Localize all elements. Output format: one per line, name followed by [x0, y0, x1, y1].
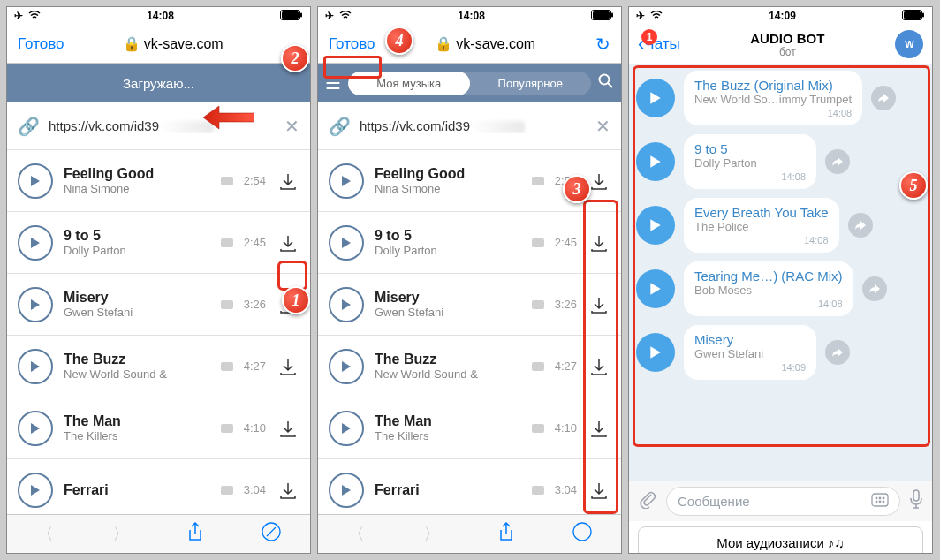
done-button[interactable]: Готово: [329, 35, 375, 53]
play-button[interactable]: [18, 411, 53, 446]
attach-icon[interactable]: [638, 489, 657, 513]
download-button[interactable]: [588, 355, 610, 378]
share-icon[interactable]: [187, 522, 203, 546]
forward-icon[interactable]: [825, 149, 850, 174]
play-button[interactable]: [329, 287, 364, 322]
download-button[interactable]: [588, 479, 610, 502]
my-audio-button[interactable]: Мои аудиозаписи ♪♫: [638, 526, 923, 554]
track-duration: 4:27: [555, 359, 577, 373]
wifi-icon: [28, 10, 41, 22]
track-row: 9 to 5Dolly Parton 2:45: [7, 212, 310, 274]
play-button[interactable]: [329, 225, 364, 261]
svg-rect-11: [922, 12, 924, 17]
chat-message[interactable]: Every Breath You Take The Police 14:08: [636, 198, 925, 253]
forward-icon[interactable]: [848, 213, 873, 238]
msg-play-button[interactable]: [636, 269, 675, 308]
url-display[interactable]: 🔒 vk-save.com: [123, 35, 224, 52]
msg-play-button[interactable]: [636, 79, 675, 117]
download-button[interactable]: [588, 231, 610, 254]
vk-avatar[interactable]: W: [895, 30, 923, 58]
url-display[interactable]: 🔒 vk-save.com: [435, 35, 535, 52]
track-artist: Gwen Stefani: [64, 306, 210, 319]
download-button[interactable]: [588, 293, 610, 316]
forward-icon[interactable]: [862, 276, 887, 301]
tab-mymusic[interactable]: Моя музыка: [348, 72, 470, 95]
track-row: MiseryGwen Stefani 3:26: [318, 274, 621, 336]
track-title: Misery: [375, 290, 521, 306]
download-button[interactable]: [277, 231, 299, 254]
svg-point-16: [876, 501, 877, 503]
msg-play-button[interactable]: [636, 142, 675, 181]
done-button[interactable]: Готово: [18, 35, 64, 53]
play-button[interactable]: [18, 225, 53, 261]
domain-text: vk-save.com: [144, 36, 224, 52]
track-duration: 4:10: [244, 421, 266, 435]
msg-play-button[interactable]: [636, 333, 675, 372]
play-button[interactable]: [329, 473, 364, 508]
play-button[interactable]: [18, 349, 53, 384]
play-button[interactable]: [329, 349, 364, 384]
mic-icon[interactable]: [909, 489, 923, 513]
refresh-icon[interactable]: ↻: [595, 34, 610, 55]
download-button[interactable]: [277, 170, 299, 193]
forward-icon[interactable]: [871, 86, 896, 110]
track-title: The Man: [64, 413, 210, 429]
play-button[interactable]: [329, 411, 364, 446]
track-duration: 4:10: [555, 421, 577, 435]
play-button[interactable]: [18, 287, 53, 322]
track-list-2: Feeling GoodNina Simone 2:54 9 to 5Dolly…: [318, 150, 621, 521]
tab-popular[interactable]: Популярное: [470, 72, 592, 95]
chat-message[interactable]: The Buzz (Original Mix) New World So…imm…: [636, 71, 925, 125]
status-bar: ✈ 14:09: [629, 7, 932, 25]
status-time: 14:09: [769, 10, 796, 22]
clear-icon[interactable]: ✕: [595, 116, 610, 137]
download-button[interactable]: [277, 355, 299, 378]
msg-play-button[interactable]: [636, 206, 675, 245]
msg-bubble: The Buzz (Original Mix) New World So…imm…: [684, 71, 862, 125]
forward-icon[interactable]: 〉: [112, 522, 130, 546]
url-text[interactable]: https://vk.com/id39: [360, 118, 587, 133]
hq-badge: [221, 362, 233, 371]
back-icon[interactable]: 〈: [36, 522, 54, 546]
battery-icon: [902, 10, 925, 23]
safari-icon[interactable]: [572, 522, 592, 546]
track-title: The Buzz: [375, 352, 521, 367]
chat-subtitle: бот: [680, 46, 895, 58]
track-artist: The Killers: [375, 429, 521, 443]
download-button[interactable]: [588, 417, 610, 440]
msg-artist: The Police: [694, 220, 829, 233]
hq-badge: [221, 300, 233, 309]
play-button[interactable]: [329, 163, 364, 199]
forward-icon[interactable]: 〉: [423, 522, 441, 546]
badge: 1: [641, 29, 657, 45]
menu-icon[interactable]: ☰: [325, 72, 341, 94]
chat-message[interactable]: Tearing Me…) (RAC Mix) Bob Moses 14:08: [636, 261, 925, 316]
track-title: Feeling Good: [64, 166, 210, 182]
annotation-2: 2: [281, 44, 309, 72]
safari-icon[interactable]: [262, 522, 281, 546]
chat-message[interactable]: 9 to 5 Dolly Parton 14:08: [636, 134, 925, 189]
chat-body[interactable]: The Buzz (Original Mix) New World So…imm…: [629, 64, 932, 481]
search-icon[interactable]: [598, 73, 614, 94]
play-button[interactable]: [18, 473, 53, 508]
chat-header: ‹Чаты 1 AUDIO BOT бот W: [629, 25, 932, 64]
clear-icon[interactable]: ✕: [284, 116, 299, 137]
play-button[interactable]: [18, 163, 53, 199]
airplane-icon: ✈: [14, 10, 23, 22]
forward-icon[interactable]: [825, 340, 850, 365]
hq-badge: [221, 486, 233, 495]
lock-icon: 🔒: [435, 35, 452, 52]
hq-badge: [221, 177, 233, 185]
svg-rect-12: [872, 494, 888, 506]
message-input[interactable]: Сообщение: [666, 487, 900, 516]
hq-badge: [532, 486, 544, 495]
download-button[interactable]: [277, 479, 299, 502]
back-button[interactable]: ‹Чаты 1: [638, 33, 680, 56]
chat-message[interactable]: Misery Gwen Stefani 14:09: [636, 325, 925, 380]
download-button[interactable]: [277, 417, 299, 440]
share-icon[interactable]: [498, 522, 514, 546]
back-icon[interactable]: 〈: [347, 522, 365, 546]
airplane-icon: ✈: [636, 10, 645, 22]
svg-rect-19: [913, 490, 919, 501]
sticker-icon[interactable]: [871, 493, 889, 510]
